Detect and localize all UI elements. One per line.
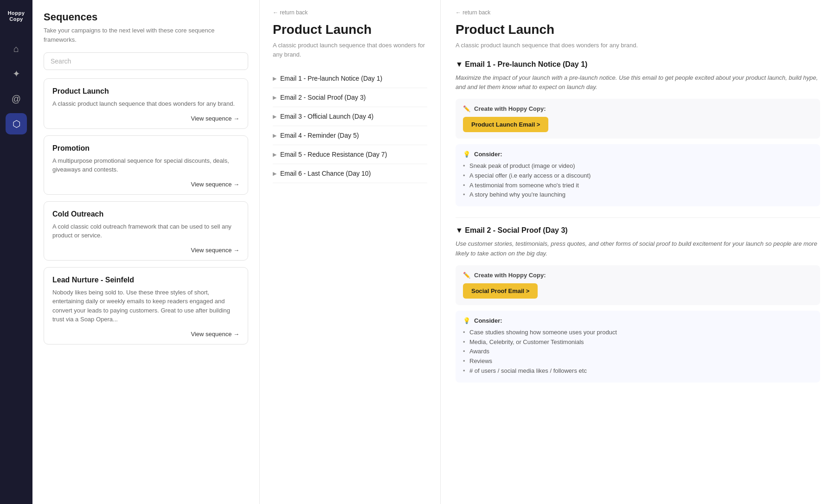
at-icon: @ [12,94,21,104]
card-title: Product Launch [52,87,239,96]
chevron-right-icon: ▶ [273,95,276,101]
email-section-header-1[interactable]: ▼ Email 1 - Pre-launch Notice (Day 1) [456,60,820,69]
panel-subtitle: Take your campaigns to the next level wi… [44,26,248,44]
consider-item: A testimonial from someone who's tried i… [463,181,813,191]
logo-text: HoppyCopy [8,10,25,22]
card-title: Lead Nurture - Seinfeld [52,276,239,284]
panel-heading: Sequences [44,11,248,23]
left-panel: Sequences Take your campaigns to the nex… [32,0,260,504]
sidebar-nav: ⌂ ✦ @ ⬡ [0,32,32,140]
create-label-1: ✏️ Create with Hoppy Copy: [463,105,813,112]
view-sequence-link[interactable]: View sequence → [52,181,239,188]
email-label: Email 6 - Last Chance (Day 10) [280,170,371,177]
lightbulb-icon: 💡 [463,317,470,324]
create-label-2: ✏️ Create with Hoppy Copy: [463,272,813,279]
email-list: ▶ Email 1 - Pre-launch Notice (Day 1) ▶ … [273,69,427,183]
consider-item: Media, Celebrity, or Customer Testimonia… [463,338,813,347]
home-icon: ⌂ [13,44,19,54]
chevron-right-icon: ▶ [273,133,276,139]
email-label: Email 5 - Reduce Resistance (Day 7) [280,151,387,158]
email-item-2[interactable]: ▶ Email 2 - Social Proof (Day 3) [273,88,427,107]
sidebar-item-at[interactable]: @ [6,88,27,109]
wand-icon: ✏️ [463,105,470,112]
app-logo[interactable]: HoppyCopy [0,0,32,32]
consider-item: A story behind why you're launching [463,190,813,200]
card-description: Nobody likes being sold to. Use these th… [52,288,239,324]
card-description: A multipurpose promotional sequence for … [52,156,239,174]
sequence-card-product-launch[interactable]: Product Launch A classic product launch … [44,78,248,129]
right-panel: ← return back Product Launch A classic p… [441,0,835,504]
card-description: A classic product launch sequence that d… [52,99,239,108]
email-item-3[interactable]: ▶ Email 3 - Official Launch (Day 4) [273,107,427,126]
consider-box-1: 💡 Consider: Sneak peak of product (image… [456,144,820,206]
right-panel-title: Product Launch [456,22,820,37]
email-section-1: ▼ Email 1 - Pre-launch Notice (Day 1) Ma… [456,60,820,207]
create-box-2: ✏️ Create with Hoppy Copy: Social Proof … [456,265,820,305]
middle-panel: ← return back Product Launch A classic p… [260,0,441,504]
view-sequence-link[interactable]: View sequence → [52,331,239,338]
create-box-1: ✏️ Create with Hoppy Copy: Product Launc… [456,99,820,139]
sidebar-item-home[interactable]: ⌂ [6,38,27,59]
consider-item: # of users / social media likes / follow… [463,366,813,376]
email-label: Email 4 - Reminder (Day 5) [280,132,359,139]
lightbulb-icon: 💡 [463,151,470,158]
consider-header-1: 💡 Consider: [463,151,813,158]
sidebar: HoppyCopy ⌂ ✦ @ ⬡ [0,0,32,504]
right-panel-desc: A classic product launch sequence that d… [456,41,820,50]
email-section-header-2[interactable]: ▼ Email 2 - Social Proof (Day 3) [456,226,820,235]
email-section-2: ▼ Email 2 - Social Proof (Day 3) Use cus… [456,226,820,383]
email-label: Email 3 - Official Launch (Day 4) [280,113,373,120]
sequence-card-cold-outreach[interactable]: Cold Outreach A cold classic cold outrea… [44,201,248,261]
chevron-right-icon: ▶ [273,152,276,158]
consider-item: Reviews [463,357,813,366]
sequence-card-promotion[interactable]: Promotion A multipurpose promotional seq… [44,135,248,195]
consider-item: A special offer (i.e early access or a d… [463,171,813,181]
sidebar-item-magic[interactable]: ✦ [6,63,27,84]
sidebar-item-sequences[interactable]: ⬡ [6,113,27,134]
consider-list-1: Sneak peak of product (image or video) A… [463,161,813,200]
magic-icon: ✦ [13,68,20,79]
right-return-back[interactable]: ← return back [456,9,820,16]
email-item-1[interactable]: ▶ Email 1 - Pre-launch Notice (Day 1) [273,69,427,88]
middle-panel-title: Product Launch [273,22,427,37]
consider-item: Awards [463,347,813,357]
email-label: Email 2 - Social Proof (Day 3) [280,94,366,101]
chevron-right-icon: ▶ [273,171,276,177]
search-input[interactable] [44,52,248,70]
wand-icon: ✏️ [463,272,470,279]
chevron-right-icon: ▶ [273,76,276,82]
card-title: Promotion [52,144,239,153]
email-section-desc-1: Maximize the impact of your launch with … [456,73,820,93]
middle-return-back[interactable]: ← return back [273,9,427,16]
email-item-5[interactable]: ▶ Email 5 - Reduce Resistance (Day 7) [273,145,427,164]
consider-header-2: 💡 Consider: [463,317,813,324]
view-sequence-link[interactable]: View sequence → [52,115,239,122]
email-section-desc-2: Use customer stories, testimonials, pres… [456,239,820,259]
consider-list-2: Case studies showing how someone uses yo… [463,328,813,376]
email-item-6[interactable]: ▶ Email 6 - Last Chance (Day 10) [273,164,427,183]
consider-item: Case studies showing how someone uses yo… [463,328,813,338]
view-sequence-link[interactable]: View sequence → [52,247,239,254]
create-button-2[interactable]: Social Proof Email > [463,283,538,299]
create-button-1[interactable]: Product Launch Email > [463,117,548,132]
chevron-right-icon: ▶ [273,114,276,120]
section-divider [456,217,820,218]
card-title: Cold Outreach [52,210,239,218]
email-label: Email 1 - Pre-launch Notice (Day 1) [280,75,382,82]
email-item-4[interactable]: ▶ Email 4 - Reminder (Day 5) [273,126,427,145]
consider-box-2: 💡 Consider: Case studies showing how som… [456,311,820,383]
consider-item: Sneak peak of product (image or video) [463,161,813,171]
middle-panel-desc: A classic product launch sequence that d… [273,41,427,59]
sequence-card-lead-nurture[interactable]: Lead Nurture - Seinfeld Nobody likes bei… [44,267,248,345]
card-description: A cold classic cold outreach framework t… [52,222,239,240]
sequences-icon: ⬡ [13,118,20,129]
